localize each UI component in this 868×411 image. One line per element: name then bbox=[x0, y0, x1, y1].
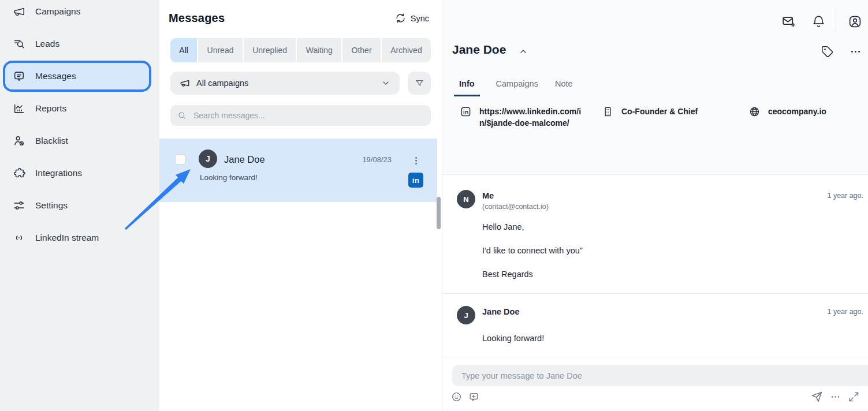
sidebar-item-integrations[interactable]: Integrations bbox=[0, 157, 159, 189]
contact-header: Jane Doe bbox=[452, 43, 528, 57]
more-icon[interactable] bbox=[830, 391, 841, 402]
filter-button[interactable] bbox=[408, 72, 431, 95]
filter-tab-unread[interactable]: Unread bbox=[198, 38, 243, 62]
sidebar-nav: Campaigns Leads Messages Reports bbox=[0, 0, 159, 254]
sidebar-item-label: Blacklist bbox=[35, 136, 68, 146]
campaign-filter-row: All campaigns bbox=[170, 72, 431, 95]
quick-reply-icon[interactable] bbox=[468, 391, 479, 402]
megaphone-icon bbox=[180, 78, 190, 88]
expand-icon[interactable] bbox=[848, 391, 859, 402]
user-block-icon bbox=[13, 134, 25, 147]
campaign-select-value: All campaigns bbox=[196, 79, 248, 88]
topbar-actions bbox=[781, 12, 863, 32]
contact-actions bbox=[821, 46, 862, 58]
filter-tab-waiting[interactable]: Waiting bbox=[297, 38, 341, 62]
sliders-icon bbox=[13, 199, 25, 212]
tab-note[interactable]: Note bbox=[554, 79, 573, 96]
account-icon[interactable] bbox=[847, 14, 863, 29]
linkedin-square-icon bbox=[460, 106, 471, 117]
conversation-date: 19/08/23 bbox=[362, 155, 392, 164]
app-window: Campaigns Leads Messages Reports bbox=[0, 0, 868, 411]
conversation-preview: Looking forward! bbox=[200, 173, 258, 182]
messages-header: Messages Sync bbox=[159, 0, 442, 25]
chat-bubble-icon bbox=[13, 70, 25, 83]
filter-tab-other[interactable]: Other bbox=[342, 38, 381, 62]
sidebar-item-linkedin-stream[interactable]: LinkedIn stream bbox=[0, 222, 159, 254]
conversation-name: Jane Doe bbox=[224, 154, 265, 165]
kebab-menu-icon[interactable] bbox=[410, 152, 422, 169]
message-header: N Me (contact@contact.io) 1 year ago. bbox=[457, 190, 863, 211]
tab-campaigns[interactable]: Campaigns bbox=[496, 79, 539, 96]
filter-tab-archived[interactable]: Archived bbox=[382, 38, 431, 62]
sidebar-item-label: Campaigns bbox=[35, 6, 80, 17]
topbar-divider bbox=[836, 8, 836, 32]
sidebar-item-reports[interactable]: Reports bbox=[0, 92, 159, 125]
sync-label: Sync bbox=[411, 14, 429, 23]
chart-icon bbox=[13, 102, 25, 115]
refresh-icon bbox=[396, 13, 405, 23]
filter-tab-all[interactable]: All bbox=[170, 38, 197, 62]
info-website: ceocompany.io bbox=[749, 106, 859, 129]
tab-info[interactable]: Info bbox=[454, 79, 480, 96]
more-options-icon[interactable] bbox=[850, 46, 862, 58]
send-icon[interactable] bbox=[811, 391, 822, 402]
new-message-icon[interactable] bbox=[781, 14, 796, 29]
search-bar bbox=[170, 105, 431, 126]
broadcast-icon bbox=[13, 231, 25, 244]
building-icon bbox=[602, 106, 613, 117]
sync-button[interactable]: Sync bbox=[396, 13, 429, 23]
search-input[interactable] bbox=[192, 110, 424, 121]
chat-panel-top: Jane Doe Info Campaigns Note bbox=[442, 0, 868, 175]
sidebar-item-label: Settings bbox=[35, 200, 68, 211]
contact-website[interactable]: ceocompany.io bbox=[768, 106, 826, 117]
avatar: J bbox=[199, 150, 217, 168]
emoji-icon[interactable] bbox=[451, 391, 462, 402]
message-body: Hello Jane, I'd like to connect with you… bbox=[482, 222, 863, 279]
sidebar-item-messages[interactable]: Messages bbox=[3, 61, 151, 92]
sidebar-item-label: Messages bbox=[35, 71, 76, 81]
sender-email: (contact@contact.io) bbox=[482, 203, 549, 211]
tag-icon[interactable] bbox=[821, 46, 833, 58]
avatar: N bbox=[457, 190, 475, 208]
sender-name: Me bbox=[482, 191, 549, 200]
composer-toolbar bbox=[451, 391, 859, 402]
sidebar-item-leads[interactable]: Leads bbox=[0, 28, 159, 60]
avatar: J bbox=[457, 306, 475, 324]
message-paragraph: Looking forward! bbox=[482, 334, 863, 343]
message-sender: Me (contact@contact.io) bbox=[482, 190, 549, 211]
message-sender: Jane Doe bbox=[482, 306, 519, 316]
campaign-select[interactable]: All campaigns bbox=[170, 72, 400, 95]
message-filter-tabs: All Unread Unreplied Waiting Other Archi… bbox=[170, 38, 431, 62]
message-input[interactable] bbox=[452, 365, 868, 386]
sidebar-item-label: Integrations bbox=[35, 168, 82, 178]
thread-message-contact: J Jane Doe 1 year ago. Looking forward! bbox=[442, 294, 868, 343]
chevron-down-icon bbox=[381, 79, 390, 88]
notifications-bell-icon[interactable] bbox=[811, 14, 826, 29]
message-paragraph: Hello Jane, bbox=[482, 222, 863, 231]
sidebar-item-label: LinkedIn stream bbox=[35, 233, 99, 243]
message-paragraph: Best Regards bbox=[482, 270, 863, 279]
sidebar-item-label: Reports bbox=[35, 103, 66, 114]
thread-message-me: N Me (contact@contact.io) 1 year ago. He… bbox=[442, 175, 868, 279]
filter-tab-unreplied[interactable]: Unreplied bbox=[244, 38, 296, 62]
linkedin-badge-icon[interactable]: in bbox=[408, 173, 423, 188]
sidebar-item-campaigns[interactable]: Campaigns bbox=[0, 0, 159, 28]
scrollbar-thumb[interactable] bbox=[437, 197, 441, 229]
composer-tools-left bbox=[451, 391, 479, 402]
conversation-checkbox[interactable] bbox=[175, 154, 185, 165]
info-job-title: Co-Founder & Chief bbox=[602, 106, 749, 129]
message-timestamp: 1 year ago. bbox=[827, 306, 863, 316]
contact-linkedin-url[interactable]: https://www.linkedin.com/in/$jande-doe-m… bbox=[479, 106, 582, 129]
messages-panel: Messages Sync All Unread Unreplied Waiti… bbox=[159, 0, 442, 411]
globe-icon bbox=[749, 106, 760, 117]
list-search-icon bbox=[13, 38, 25, 50]
contact-tabs: Info Campaigns Note bbox=[454, 79, 573, 96]
chat-panel: Jane Doe Info Campaigns Note bbox=[442, 0, 868, 411]
message-paragraph: I'd like to connect with you" bbox=[482, 246, 863, 255]
sidebar-item-blacklist[interactable]: Blacklist bbox=[0, 125, 159, 157]
chevron-up-icon[interactable] bbox=[519, 45, 528, 54]
contact-name: Jane Doe bbox=[452, 43, 506, 57]
sidebar-item-settings[interactable]: Settings bbox=[0, 189, 159, 222]
conversation-list-item[interactable]: J Jane Doe 19/08/23 Looking forward! in bbox=[159, 139, 437, 202]
megaphone-icon bbox=[13, 5, 25, 18]
